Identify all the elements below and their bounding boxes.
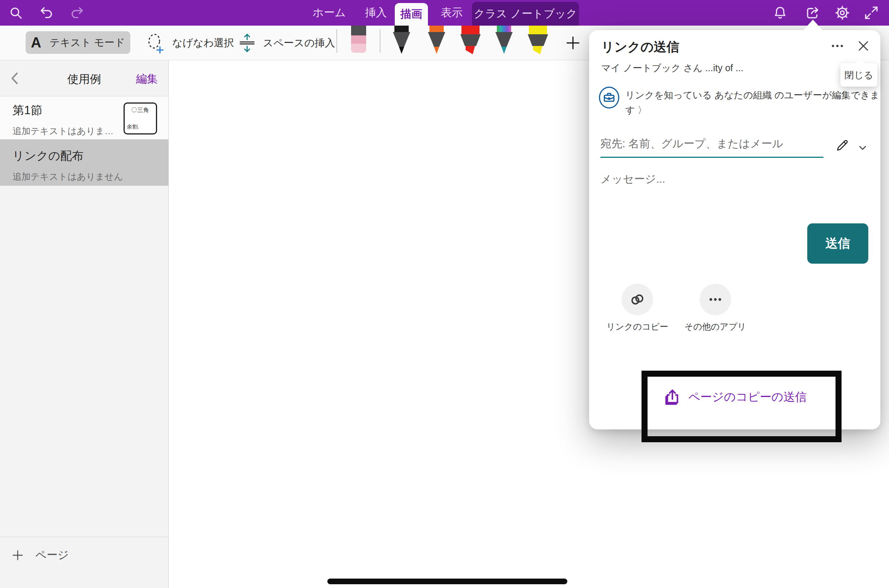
plus-icon [565, 35, 581, 51]
text-mode-button[interactable]: A テキスト モード [26, 31, 130, 54]
pen-galaxy-icon [492, 26, 516, 55]
pen-galaxy[interactable] [492, 26, 516, 55]
tab-home-label: ホーム [313, 5, 346, 20]
copy-link-button[interactable] [622, 284, 653, 315]
thumbnail-handwriting: 〇三角 [127, 107, 154, 114]
highlighter-red-icon [458, 26, 483, 55]
dialog-callout-arrow [803, 20, 823, 31]
dialog-title: リンクの送信 [601, 38, 679, 56]
redo-icon [70, 5, 85, 20]
lasso-icon [145, 32, 166, 54]
insert-space-button[interactable]: スペースの挿入 [237, 26, 335, 60]
annotation-highlight-box [642, 371, 842, 442]
thumbnail-handwriting: 余割. [127, 124, 154, 130]
insert-space-icon [237, 31, 257, 55]
search-button[interactable] [7, 4, 25, 22]
gear-icon [834, 5, 850, 21]
pen-orange[interactable] [424, 26, 449, 55]
message-input[interactable] [600, 170, 834, 188]
plus-icon [11, 549, 24, 562]
tab-view-label: 表示 [441, 5, 463, 20]
pencil-icon [835, 138, 850, 153]
tab-insert-label: 挿入 [365, 5, 387, 20]
bell-icon [773, 5, 788, 20]
pen-orange-icon [424, 26, 449, 55]
top-app-bar: ホーム 挿入 描画 表示 クラス ノートブック [0, 0, 889, 26]
more-options-button[interactable] [829, 38, 846, 54]
undo-button[interactable] [37, 4, 55, 22]
settings-button[interactable] [833, 4, 851, 22]
add-page-button[interactable]: ページ [11, 548, 69, 563]
chevron-down-icon [857, 142, 868, 153]
tab-view[interactable]: 表示 [434, 0, 470, 26]
toolbar-divider [380, 29, 380, 53]
link-icon [629, 291, 646, 308]
briefcase-icon [602, 90, 616, 105]
page-thumbnail: 〇三角 余割. [124, 102, 157, 134]
eraser-tool[interactable] [348, 26, 369, 55]
home-indicator[interactable] [327, 579, 567, 584]
send-link-dialog: リンクの送信 マイ ノートブック さん ...ity of ... リンクを知っ… [589, 30, 880, 429]
edit-permission-button[interactable] [833, 136, 851, 154]
page-list-sidebar: 使用例 編集 第1節 追加テキストはありま… 〇三角 余割. リンクの配布 追加… [0, 60, 169, 588]
pen-black[interactable] [389, 26, 414, 55]
sidebar-header: 使用例 編集 [0, 60, 168, 96]
tab-insert[interactable]: 挿入 [358, 0, 394, 26]
close-tooltip-label: 閉じる [845, 69, 873, 81]
recipients-dropdown-button[interactable] [855, 140, 870, 155]
tab-draw-label: 描画 [400, 7, 422, 22]
insert-space-label: スペースの挿入 [263, 36, 335, 50]
permission-scope-button[interactable] [599, 87, 619, 108]
add-page-label: ページ [35, 548, 69, 563]
send-button-label: 送信 [825, 235, 850, 252]
close-icon [856, 39, 871, 53]
notifications-button[interactable] [771, 4, 789, 22]
search-icon [9, 6, 23, 20]
tab-home[interactable]: ホーム [310, 0, 348, 26]
lasso-select-button[interactable]: なげなわ選択 [145, 26, 234, 60]
recipients-input[interactable] [600, 135, 819, 152]
copy-link-label: リンクのコピー [600, 321, 675, 333]
text-mode-icon: A [31, 35, 41, 51]
fullscreen-button[interactable] [862, 4, 880, 22]
ellipsis-icon [707, 291, 724, 308]
notebook-source-label: マイ ノートブック さん ...ity of ... [601, 62, 744, 74]
redo-button[interactable] [68, 4, 86, 22]
more-apps-button[interactable] [700, 284, 731, 315]
share-button[interactable] [803, 4, 822, 22]
expand-icon [864, 5, 879, 20]
highlighter-yellow-icon [525, 26, 550, 55]
close-tooltip: 閉じる [840, 63, 877, 87]
add-pen-button[interactable] [565, 35, 581, 51]
more-icon [830, 38, 845, 53]
recipients-underline [600, 157, 823, 158]
page-subtitle: 追加テキストはありません [12, 171, 168, 183]
more-apps-label: その他のアプリ [678, 321, 753, 333]
tab-draw[interactable]: 描画 [395, 3, 428, 26]
permission-description[interactable]: リンクを知っている あなたの組織 のユーザーが編集できます 〉 [625, 87, 881, 118]
eraser-icon [348, 26, 369, 55]
lasso-label: なげなわ選択 [172, 36, 234, 50]
page-list-item-selected[interactable]: リンクの配布 追加テキストはありません [0, 139, 168, 186]
add-page-section: ページ [0, 537, 168, 537]
send-button[interactable]: 送信 [807, 223, 868, 264]
tab-class-notebook[interactable]: クラス ノートブック [472, 2, 579, 26]
page-title: リンクの配布 [12, 148, 168, 164]
edit-button[interactable]: 編集 [136, 72, 158, 87]
undo-icon [39, 5, 54, 20]
toolbar-divider [336, 29, 337, 53]
pen-black-icon [389, 26, 414, 55]
highlighter-yellow[interactable] [525, 26, 550, 55]
share-icon [805, 5, 820, 21]
text-mode-label: テキスト モード [50, 36, 125, 49]
close-dialog-button[interactable] [855, 38, 872, 54]
highlighter-red[interactable] [458, 26, 483, 55]
tab-class-notebook-label: クラス ノートブック [474, 6, 577, 21]
